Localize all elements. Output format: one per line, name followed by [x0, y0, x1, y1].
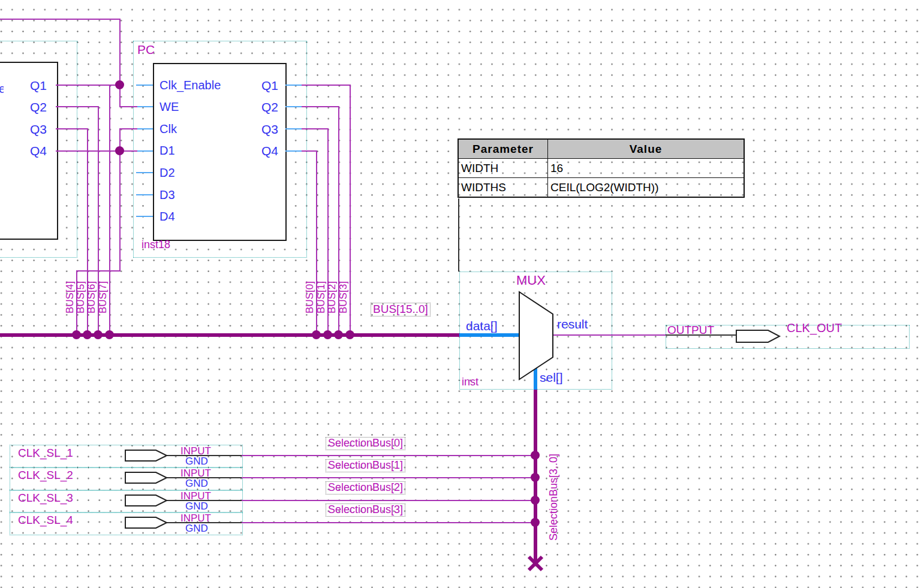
- pc-pin-d1: D1: [159, 144, 175, 157]
- param-table-attach-line: [458, 198, 459, 272]
- output-pin-name[interactable]: CLK_OUT: [787, 321, 842, 334]
- mux-data-port-stub: [459, 333, 520, 337]
- junction-dot: [115, 146, 124, 155]
- param-name: WIDTH: [458, 159, 548, 178]
- pin-stub: [136, 172, 153, 173]
- junction-dot: [105, 330, 114, 339]
- net-label-selectionbus1[interactable]: SelectionBus[1]: [326, 459, 405, 472]
- net-label-bus2[interactable]: BUS[2]: [327, 268, 337, 313]
- param-table-header-value: Value: [548, 139, 745, 159]
- mux-title: MUX: [516, 273, 546, 288]
- junction-dot: [115, 80, 124, 89]
- param-table-row: WIDTH 16: [458, 159, 744, 178]
- pc-pin-q3: Q3: [240, 122, 278, 136]
- wire-selectionbus0[interactable]: [242, 455, 535, 456]
- net-label-bus7[interactable]: BUS[7]: [98, 268, 108, 313]
- pc-pin-we: WE: [159, 100, 179, 113]
- pc-pin-d4: D4: [159, 210, 175, 223]
- net-label-selectionbus-vertical[interactable]: SelectionBus[3..0]: [548, 445, 559, 541]
- wire-selectionbus2[interactable]: [242, 500, 535, 501]
- input-pin-name-3[interactable]: CLK_SL_3: [18, 492, 73, 505]
- param-table-row: WIDTHS CEIL(LOG2(WIDTH)): [458, 178, 744, 198]
- wire-pc-q4[interactable]: [302, 150, 317, 152]
- wire-we[interactable]: [119, 106, 137, 107]
- pin-stub: [285, 106, 302, 107]
- junction-dot: [312, 330, 321, 339]
- junction-dot: [94, 330, 103, 339]
- junction-dot: [531, 518, 540, 527]
- wire-left-q2[interactable]: [56, 106, 99, 107]
- param-name: WIDTHS: [458, 178, 548, 198]
- schematic-canvas: Parameter Value WIDTH 16 WIDTHS CEIL(LOG…: [0, 0, 921, 588]
- wire-bus7-vert[interactable]: [109, 85, 110, 335]
- mux-port-sel: sel[]: [540, 370, 563, 384]
- pin-stub: [285, 85, 302, 86]
- input-pin-name-4[interactable]: CLK_SL_4: [18, 514, 73, 527]
- pin-stub: [285, 128, 302, 129]
- wire-selectionbus1[interactable]: [242, 477, 535, 478]
- net-label-bus6[interactable]: BUS[6]: [86, 268, 97, 313]
- pin-stub: [136, 150, 153, 152]
- pin-stub: [285, 150, 302, 152]
- param-value: 16: [548, 159, 745, 178]
- wire-top-drop[interactable]: [119, 19, 121, 86]
- wire-result[interactable]: [553, 334, 666, 336]
- net-label-bus0[interactable]: BUS[0]: [305, 268, 315, 313]
- net-label-selectionbus2[interactable]: SelectionBus[2]: [326, 481, 405, 494]
- net-label-bus3[interactable]: BUS[3]: [338, 268, 348, 313]
- mux-port-result: result: [557, 317, 588, 331]
- wire-left-q3[interactable]: [56, 128, 88, 129]
- wire-selectionbus3[interactable]: [242, 522, 535, 523]
- junction-dot: [72, 330, 81, 339]
- wire-pc-q2[interactable]: [302, 106, 339, 107]
- pc-pin-d3: D3: [159, 188, 175, 201]
- input-pin-value-label-3: GND: [185, 501, 208, 512]
- wire-pc-q1[interactable]: [302, 85, 351, 86]
- net-label-bus5[interactable]: BUS[5]: [76, 268, 86, 313]
- pin-stub: [136, 194, 153, 195]
- junction-dot: [531, 496, 540, 505]
- wire-top[interactable]: [0, 19, 121, 20]
- pin-stub: [136, 85, 153, 86]
- junction-dot: [531, 473, 540, 482]
- left-block-pin-q2: Q2: [17, 100, 47, 114]
- junction-dot: [345, 330, 354, 339]
- pc-block-title: PC: [137, 43, 155, 56]
- pin-stub: [136, 106, 153, 107]
- param-value: CEIL(LOG2(WIDTH)): [548, 178, 745, 198]
- net-label-selectionbus0[interactable]: SelectionBus[0]: [326, 437, 405, 450]
- pc-pin-clk: Clk: [159, 122, 177, 135]
- mux-sel-port-stub: [534, 367, 537, 391]
- left-block-pin-q3: Q3: [17, 122, 47, 136]
- net-label-selectionbus3[interactable]: SelectionBus[3]: [326, 503, 405, 517]
- wire-pc-q3[interactable]: [302, 128, 329, 129]
- net-label-bus1[interactable]: BUS[1]: [316, 268, 326, 313]
- wire-left-q4[interactable]: [56, 150, 121, 152]
- left-block-pin-q4: Q4: [17, 144, 47, 158]
- input-pin-value-label-1: GND: [185, 456, 208, 468]
- pc-pin-q2: Q2: [240, 100, 278, 114]
- wire-left-q1[interactable]: [56, 85, 121, 86]
- net-label-bus4[interactable]: BUS[4]: [65, 268, 75, 313]
- bus-main[interactable]: [0, 333, 459, 337]
- junction-dot: [323, 330, 332, 339]
- net-label-main-bus[interactable]: BUS[15..0]: [371, 303, 431, 316]
- wire-bus3-vert[interactable]: [350, 85, 351, 335]
- pc-pin-q1: Q1: [240, 79, 278, 92]
- mux-port-data: data[]: [466, 319, 498, 333]
- junction-dot: [83, 330, 92, 339]
- left-block-pin-q1: Q1: [17, 79, 47, 92]
- input-pin-value-label-2: GND: [185, 478, 208, 490]
- junction-dot: [531, 451, 540, 460]
- pc-pin-q4: Q4: [240, 144, 278, 158]
- left-block-clipped-pin-label: e: [0, 82, 4, 95]
- junction-dot: [334, 330, 343, 339]
- pin-stub: [136, 128, 153, 129]
- wire-clk[interactable]: [119, 128, 137, 129]
- input-pin-name-2[interactable]: CLK_SL_2: [18, 469, 73, 482]
- pin-stub: [136, 216, 153, 217]
- wire-jog-vert[interactable]: [119, 152, 121, 272]
- parameter-table[interactable]: Parameter Value WIDTH 16 WIDTHS CEIL(LOG…: [458, 138, 745, 198]
- input-pin-name-1[interactable]: CLK_SL_1: [18, 447, 73, 460]
- input-pin-value-label-4: GND: [185, 523, 208, 535]
